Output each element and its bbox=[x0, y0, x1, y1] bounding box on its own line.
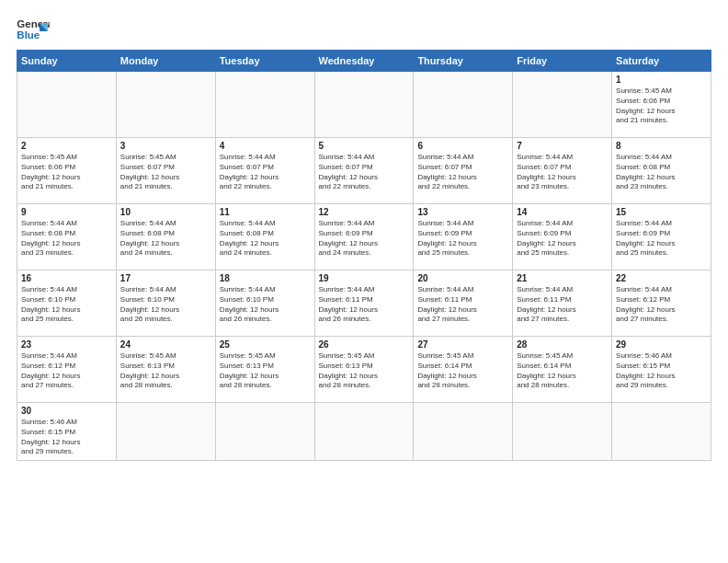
calendar-cell: 25Sunrise: 5:45 AM Sunset: 6:13 PM Dayli… bbox=[215, 337, 314, 403]
calendar-cell: 15Sunrise: 5:44 AM Sunset: 6:09 PM Dayli… bbox=[612, 204, 711, 270]
calendar-week-row: 1Sunrise: 5:45 AM Sunset: 6:06 PM Daylig… bbox=[17, 72, 711, 138]
calendar-cell: 28Sunrise: 5:45 AM Sunset: 6:14 PM Dayli… bbox=[513, 337, 612, 403]
day-number: 29 bbox=[616, 339, 707, 350]
page: General Blue SundayMondayTuesdayWednesda… bbox=[0, 0, 728, 470]
calendar-week-row: 30Sunrise: 5:46 AM Sunset: 6:15 PM Dayli… bbox=[17, 403, 711, 461]
day-info: Sunrise: 5:45 AM Sunset: 6:13 PM Dayligh… bbox=[220, 351, 311, 391]
day-info: Sunrise: 5:46 AM Sunset: 6:15 PM Dayligh… bbox=[21, 418, 112, 457]
day-number: 25 bbox=[220, 339, 311, 350]
calendar-cell bbox=[215, 403, 314, 461]
calendar-cell bbox=[513, 403, 612, 461]
day-info: Sunrise: 5:44 AM Sunset: 6:08 PM Dayligh… bbox=[21, 219, 112, 259]
calendar-cell: 23Sunrise: 5:44 AM Sunset: 6:12 PM Dayli… bbox=[17, 337, 117, 403]
day-number: 30 bbox=[21, 406, 112, 416]
day-number: 5 bbox=[319, 141, 410, 151]
calendar-cell: 10Sunrise: 5:44 AM Sunset: 6:08 PM Dayli… bbox=[116, 204, 215, 270]
calendar-cell: 7Sunrise: 5:44 AM Sunset: 6:07 PM Daylig… bbox=[513, 138, 612, 204]
calendar-cell: 1Sunrise: 5:45 AM Sunset: 6:06 PM Daylig… bbox=[612, 72, 711, 138]
day-info: Sunrise: 5:44 AM Sunset: 6:08 PM Dayligh… bbox=[220, 219, 311, 259]
calendar-cell: 17Sunrise: 5:44 AM Sunset: 6:10 PM Dayli… bbox=[116, 270, 215, 337]
calendar-cell bbox=[612, 403, 711, 461]
calendar-cell: 4Sunrise: 5:44 AM Sunset: 6:07 PM Daylig… bbox=[215, 138, 314, 204]
weekday-header-saturday: Saturday bbox=[612, 51, 711, 72]
day-info: Sunrise: 5:44 AM Sunset: 6:11 PM Dayligh… bbox=[319, 285, 410, 325]
day-info: Sunrise: 5:44 AM Sunset: 6:10 PM Dayligh… bbox=[21, 285, 112, 325]
day-info: Sunrise: 5:44 AM Sunset: 6:07 PM Dayligh… bbox=[319, 153, 410, 192]
day-info: Sunrise: 5:44 AM Sunset: 6:09 PM Dayligh… bbox=[319, 219, 410, 259]
day-number: 1 bbox=[616, 75, 707, 85]
day-info: Sunrise: 5:46 AM Sunset: 6:15 PM Dayligh… bbox=[616, 351, 707, 391]
day-number: 20 bbox=[417, 273, 508, 283]
day-number: 26 bbox=[319, 339, 410, 350]
svg-text:Blue: Blue bbox=[17, 29, 40, 40]
day-info: Sunrise: 5:44 AM Sunset: 6:08 PM Dayligh… bbox=[120, 219, 211, 259]
day-info: Sunrise: 5:44 AM Sunset: 6:12 PM Dayligh… bbox=[616, 285, 707, 325]
weekday-header-tuesday: Tuesday bbox=[215, 51, 314, 72]
calendar-cell bbox=[215, 72, 314, 138]
calendar-cell: 3Sunrise: 5:45 AM Sunset: 6:07 PM Daylig… bbox=[116, 138, 215, 204]
calendar-week-row: 16Sunrise: 5:44 AM Sunset: 6:10 PM Dayli… bbox=[17, 270, 711, 337]
calendar-cell: 27Sunrise: 5:45 AM Sunset: 6:14 PM Dayli… bbox=[414, 337, 513, 403]
day-info: Sunrise: 5:44 AM Sunset: 6:10 PM Dayligh… bbox=[120, 285, 211, 325]
calendar-cell: 13Sunrise: 5:44 AM Sunset: 6:09 PM Dayli… bbox=[414, 204, 513, 270]
day-info: Sunrise: 5:44 AM Sunset: 6:07 PM Dayligh… bbox=[417, 153, 508, 192]
day-number: 6 bbox=[417, 141, 508, 151]
day-info: Sunrise: 5:45 AM Sunset: 6:14 PM Dayligh… bbox=[417, 351, 508, 391]
day-info: Sunrise: 5:44 AM Sunset: 6:09 PM Dayligh… bbox=[517, 219, 608, 259]
day-info: Sunrise: 5:44 AM Sunset: 6:10 PM Dayligh… bbox=[220, 285, 311, 325]
calendar-cell: 24Sunrise: 5:45 AM Sunset: 6:13 PM Dayli… bbox=[116, 337, 215, 403]
day-number: 2 bbox=[21, 141, 112, 151]
day-info: Sunrise: 5:45 AM Sunset: 6:06 PM Dayligh… bbox=[21, 153, 112, 192]
calendar-cell: 9Sunrise: 5:44 AM Sunset: 6:08 PM Daylig… bbox=[17, 204, 117, 270]
header: General Blue bbox=[17, 17, 711, 44]
day-info: Sunrise: 5:44 AM Sunset: 6:08 PM Dayligh… bbox=[616, 153, 707, 192]
day-number: 24 bbox=[120, 339, 211, 350]
calendar-cell: 16Sunrise: 5:44 AM Sunset: 6:10 PM Dayli… bbox=[17, 270, 117, 337]
day-info: Sunrise: 5:44 AM Sunset: 6:07 PM Dayligh… bbox=[220, 153, 311, 192]
calendar-cell: 6Sunrise: 5:44 AM Sunset: 6:07 PM Daylig… bbox=[414, 138, 513, 204]
day-info: Sunrise: 5:44 AM Sunset: 6:09 PM Dayligh… bbox=[417, 219, 508, 259]
day-number: 8 bbox=[616, 141, 707, 151]
calendar-cell bbox=[314, 72, 414, 138]
day-number: 19 bbox=[319, 273, 410, 283]
calendar-table: SundayMondayTuesdayWednesdayThursdayFrid… bbox=[17, 50, 711, 461]
weekday-header-friday: Friday bbox=[513, 51, 612, 72]
calendar-cell: 26Sunrise: 5:45 AM Sunset: 6:13 PM Dayli… bbox=[314, 337, 414, 403]
calendar-cell: 14Sunrise: 5:44 AM Sunset: 6:09 PM Dayli… bbox=[513, 204, 612, 270]
calendar-cell: 11Sunrise: 5:44 AM Sunset: 6:08 PM Dayli… bbox=[215, 204, 314, 270]
day-info: Sunrise: 5:45 AM Sunset: 6:13 PM Dayligh… bbox=[120, 351, 211, 391]
weekday-header-row: SundayMondayTuesdayWednesdayThursdayFrid… bbox=[17, 51, 711, 72]
calendar-cell bbox=[513, 72, 612, 138]
calendar-cell bbox=[314, 403, 414, 461]
calendar-cell: 30Sunrise: 5:46 AM Sunset: 6:15 PM Dayli… bbox=[17, 403, 117, 461]
calendar-cell bbox=[414, 72, 513, 138]
day-number: 9 bbox=[21, 207, 112, 217]
calendar-cell: 19Sunrise: 5:44 AM Sunset: 6:11 PM Dayli… bbox=[314, 270, 414, 337]
calendar-cell: 2Sunrise: 5:45 AM Sunset: 6:06 PM Daylig… bbox=[17, 138, 117, 204]
day-number: 17 bbox=[120, 273, 211, 283]
calendar-cell: 20Sunrise: 5:44 AM Sunset: 6:11 PM Dayli… bbox=[414, 270, 513, 337]
weekday-header-monday: Monday bbox=[116, 51, 215, 72]
day-info: Sunrise: 5:45 AM Sunset: 6:13 PM Dayligh… bbox=[319, 351, 410, 391]
day-info: Sunrise: 5:45 AM Sunset: 6:07 PM Dayligh… bbox=[120, 153, 211, 192]
calendar-cell: 8Sunrise: 5:44 AM Sunset: 6:08 PM Daylig… bbox=[612, 138, 711, 204]
day-info: Sunrise: 5:45 AM Sunset: 6:14 PM Dayligh… bbox=[517, 351, 608, 391]
day-number: 12 bbox=[319, 207, 410, 217]
day-info: Sunrise: 5:44 AM Sunset: 6:07 PM Dayligh… bbox=[517, 153, 608, 192]
day-number: 22 bbox=[616, 273, 707, 283]
calendar-week-row: 9Sunrise: 5:44 AM Sunset: 6:08 PM Daylig… bbox=[17, 204, 711, 270]
calendar-cell bbox=[414, 403, 513, 461]
day-number: 16 bbox=[21, 273, 112, 283]
weekday-header-sunday: Sunday bbox=[17, 51, 117, 72]
day-number: 21 bbox=[517, 273, 608, 283]
day-number: 10 bbox=[120, 207, 211, 217]
weekday-header-wednesday: Wednesday bbox=[314, 51, 414, 72]
calendar-cell: 18Sunrise: 5:44 AM Sunset: 6:10 PM Dayli… bbox=[215, 270, 314, 337]
day-info: Sunrise: 5:44 AM Sunset: 6:09 PM Dayligh… bbox=[616, 219, 707, 259]
day-number: 4 bbox=[220, 141, 311, 151]
day-info: Sunrise: 5:44 AM Sunset: 6:11 PM Dayligh… bbox=[417, 285, 508, 325]
calendar-cell bbox=[116, 72, 215, 138]
day-info: Sunrise: 5:45 AM Sunset: 6:06 PM Dayligh… bbox=[616, 86, 707, 126]
day-number: 3 bbox=[120, 141, 211, 151]
calendar-cell: 29Sunrise: 5:46 AM Sunset: 6:15 PM Dayli… bbox=[612, 337, 711, 403]
